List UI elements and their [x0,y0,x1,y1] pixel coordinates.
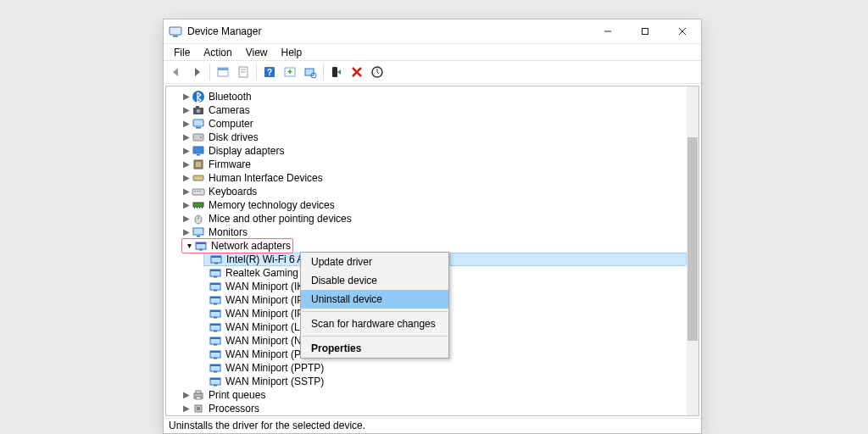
svg-rect-7 [218,68,228,70]
network-adapter-icon [209,320,222,334]
menubar: File Action View Help [164,43,701,60]
tree-item-network-adapters[interactable]: ▾Network adapters [181,239,687,253]
network-adapter-icon [209,348,222,361]
tree-panel: ▶Bluetooth▶Cameras▶Computer▶Disk drives▶… [165,86,699,416]
context-menu-item[interactable]: Disable device [301,271,448,290]
context-menu-item[interactable]: Properties [301,339,448,358]
properties-button[interactable] [234,63,253,81]
expand-arrow-icon[interactable]: ▶ [181,158,192,171]
expand-arrow-icon[interactable]: ▶ [181,388,192,402]
tree-item[interactable]: ▶Human Interface Devices [181,171,687,185]
svg-rect-16 [332,67,337,77]
close-button[interactable] [664,19,701,43]
toolbar: ? [164,60,701,84]
tree-item[interactable]: ▶Monitors [181,225,687,239]
tree-item[interactable]: ▶Cameras [181,103,687,117]
network-adapter-icon [209,266,222,280]
tree-item-label: Cameras [209,103,250,117]
tree-item-label: Processors [209,402,259,415]
svg-rect-58 [214,303,217,305]
collapse-arrow-icon[interactable]: ▾ [184,239,194,253]
action-button[interactable] [281,63,299,81]
enable-button[interactable] [327,63,346,81]
tree-subitem[interactable]: WAN Miniport (SSTP) [203,375,687,388]
expand-arrow-icon[interactable]: ▶ [181,402,192,415]
tree-item-label: Network adapters [211,239,291,253]
menu-view[interactable]: View [239,45,275,60]
expand-arrow-icon[interactable]: ▶ [181,212,192,225]
svg-rect-35 [193,203,203,207]
tree-item-label: WAN Miniport (IP) [225,293,307,307]
vertical-scrollbar[interactable] [687,86,698,415]
tree-item[interactable]: ▶Mice and other pointing devices [181,212,687,225]
svg-rect-63 [210,324,220,326]
back-button[interactable] [167,63,186,81]
expand-arrow-icon[interactable]: ▶ [181,103,192,117]
tree-item[interactable]: ▶Processors [181,402,687,415]
menu-action[interactable]: Action [197,45,238,60]
scan-button[interactable] [301,63,320,81]
tree-subitem[interactable]: WAN Miniport (PPTP) [203,361,687,375]
network-adapter-icon [209,334,222,348]
svg-rect-76 [214,385,217,387]
tree-item-label: Computer [209,117,253,131]
svg-rect-1 [173,36,178,37]
disk-icon [192,131,205,144]
network-adapter-icon [209,280,222,293]
expand-arrow-icon[interactable]: ▶ [181,117,192,131]
minimize-button[interactable] [589,19,626,43]
window-title: Device Manager [187,25,261,37]
svg-rect-29 [196,162,201,167]
svg-rect-27 [197,154,200,156]
expand-arrow-icon[interactable]: ▶ [181,185,192,198]
expand-arrow-icon[interactable]: ▶ [181,131,192,144]
menu-help[interactable]: Help [275,45,309,60]
expand-arrow-icon[interactable]: ▶ [181,198,192,212]
context-menu-item[interactable]: Scan for hardware changes [301,314,448,333]
update-button[interactable] [368,63,387,81]
memory-icon [192,198,205,212]
expand-arrow-icon[interactable]: ▶ [181,225,192,239]
show-hidden-button[interactable] [214,63,232,81]
svg-rect-54 [210,283,220,285]
tree-item[interactable]: ▶Computer [181,117,687,131]
display-icon [192,144,205,158]
svg-rect-81 [197,407,200,410]
tree-item-label: WAN Miniport (SSTP) [225,375,324,388]
context-menu-item[interactable]: Uninstall device [301,290,448,309]
tree-item-label: Mice and other pointing devices [209,212,352,225]
expand-arrow-icon[interactable]: ▶ [181,90,192,103]
tree-item-label: WAN Miniport (PPTP) [225,361,324,375]
tree-item-label: Monitors [209,225,248,239]
tree-item[interactable]: ▶Firmware [181,158,687,171]
app-icon [169,25,182,38]
forward-button[interactable] [187,63,206,81]
expand-arrow-icon[interactable]: ▶ [181,171,192,185]
menu-file[interactable]: File [167,45,197,60]
expand-arrow-icon[interactable]: ▶ [181,144,192,158]
maximize-button[interactable] [626,19,664,43]
help-button[interactable]: ? [260,63,279,81]
device-tree[interactable]: ▶Bluetooth▶Cameras▶Computer▶Disk drives▶… [166,86,687,415]
svg-point-20 [197,109,201,114]
keyboard-icon [192,185,205,198]
tree-item[interactable]: ▶Display adapters [181,144,687,158]
bluetooth-icon [192,90,205,103]
svg-rect-78 [196,391,201,393]
tree-item[interactable]: ▶Bluetooth [181,90,687,103]
svg-rect-66 [210,337,220,339]
tree-item[interactable]: ▶Memory technology devices [181,198,687,212]
svg-rect-24 [193,134,203,141]
tree-item[interactable]: ▶Keyboards [181,185,687,198]
svg-rect-61 [214,317,217,319]
scroll-thumb[interactable] [687,137,698,341]
svg-rect-30 [193,175,203,181]
context-menu-item[interactable]: Update driver [301,253,448,271]
tree-item[interactable]: ▶Print queues [181,388,687,402]
svg-rect-31 [192,189,204,195]
svg-rect-22 [193,120,203,126]
svg-rect-32 [194,191,196,192]
tree-item[interactable]: ▶Disk drives [181,131,687,144]
svg-rect-75 [210,378,220,380]
uninstall-button[interactable] [348,63,366,81]
